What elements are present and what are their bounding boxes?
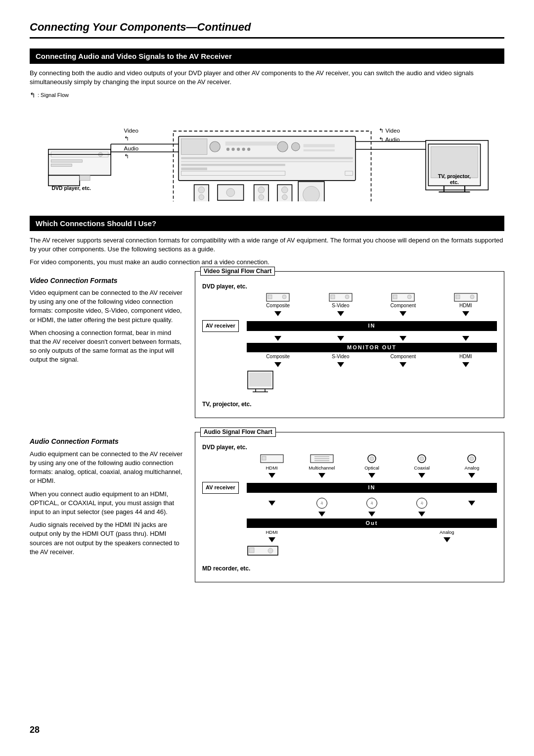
section2-body2: For video components, you must make an a… xyxy=(30,258,504,267)
a-arrow-out-analog xyxy=(444,537,450,542)
svg-point-39 xyxy=(303,186,320,201)
svg-point-14 xyxy=(237,147,240,150)
acol-out-empty xyxy=(297,529,397,535)
vcol-component: Component xyxy=(372,302,435,309)
vcol-svideo: S-Video xyxy=(310,302,372,309)
a-arrow-hdmi-pass xyxy=(268,501,275,506)
title-continued: —Continued xyxy=(186,21,251,33)
audio-left-col: Audio Connection Formats Audio equipment… xyxy=(30,432,183,592)
acol-multichannel: Multichannel xyxy=(297,465,347,471)
svg-rect-3 xyxy=(51,160,82,162)
a-arrow-out-hdmi xyxy=(268,537,275,542)
vfc-dvd-label: DVD player, etc. xyxy=(202,283,497,291)
svg-rect-9 xyxy=(181,139,207,154)
dvd-icon-hdmi xyxy=(453,292,478,302)
svg-point-18 xyxy=(291,142,300,151)
svg-rect-19 xyxy=(304,144,335,147)
vcol-bottom-hdmi: HDMI xyxy=(435,353,497,360)
a-arrow-analog-mid xyxy=(468,501,475,506)
video-chart-title: Video Signal Flow Chart xyxy=(200,267,275,276)
vfc-monitor-out-bar: MONITOR OUT xyxy=(247,343,497,352)
svg-rect-21 xyxy=(181,157,353,159)
afc-out-bar: Out xyxy=(247,519,497,528)
audio-chart-title: Audio Signal Flow Chart xyxy=(200,427,276,437)
section2-header: Which Connections Should I Use? xyxy=(30,216,504,231)
page-number: 28 xyxy=(30,724,40,736)
svg-rect-20 xyxy=(304,149,335,151)
arrow-hdmi-in xyxy=(462,311,469,316)
acol-hdmi: HDMI xyxy=(247,465,297,471)
svg-point-68 xyxy=(345,295,349,299)
svg-rect-25 xyxy=(181,171,285,175)
video-body2: When choosing a connection format, bear … xyxy=(30,329,183,365)
audio-connection-section: Audio Connection Formats Audio equipment… xyxy=(30,432,504,592)
section1-header: Connecting Audio and Video Signals to th… xyxy=(30,48,504,64)
svg-rect-5 xyxy=(48,175,80,186)
audio-flow-chart: Audio Signal Flow Chart DVD player, etc. xyxy=(195,432,504,582)
audio-body3: Audio signals received by the HDMI IN ja… xyxy=(30,520,183,557)
svg-rect-26 xyxy=(345,171,353,175)
dvd-icon-composite xyxy=(266,292,290,302)
svg-point-71 xyxy=(407,295,411,299)
audio-right-col: Audio Signal Flow Chart DVD player, etc. xyxy=(195,432,504,592)
svg-rect-24 xyxy=(181,167,207,170)
svg-point-91 xyxy=(470,457,474,461)
svg-point-28 xyxy=(198,187,205,193)
svg-point-74 xyxy=(470,295,474,299)
acol-out-analog: Analog xyxy=(397,529,497,535)
svg-point-10 xyxy=(210,142,220,152)
svg-point-65 xyxy=(282,295,286,299)
a-circle-opt: ♫ xyxy=(366,498,377,509)
arrow-composite-out xyxy=(274,336,281,341)
md-icon xyxy=(247,545,279,556)
arrow-hdmi-out xyxy=(462,336,469,341)
afc-dvd-label: DVD player, etc. xyxy=(202,443,497,452)
acol-optical: Optical xyxy=(347,465,397,471)
svg-point-17 xyxy=(277,142,288,152)
arrow-component-out xyxy=(400,336,406,341)
svg-rect-11 xyxy=(225,142,277,145)
vfc-tv-label: TV, projector, etc. xyxy=(202,400,497,409)
vfc-av-receiver: AV receiver xyxy=(202,320,239,331)
audio-subheader: Audio Connection Formats xyxy=(30,437,183,447)
dvd-icon-component xyxy=(391,292,415,302)
arrow-to-tv-component xyxy=(400,362,406,367)
svg-point-37 xyxy=(282,194,288,200)
svg-text:↰: ↰ xyxy=(124,136,129,142)
svg-rect-76 xyxy=(249,373,271,386)
video-right-col: Video Signal Flow Chart DVD player, etc. xyxy=(195,271,504,428)
a-arrow-analog-in xyxy=(468,473,475,478)
svg-text:Audio: Audio xyxy=(124,145,139,151)
a-arrow-multi-down xyxy=(318,512,325,517)
a-arrow-opt-in xyxy=(368,473,375,478)
afc-md-label: MD recorder, etc. xyxy=(202,565,497,573)
afc-dvd-coaxial xyxy=(417,454,427,464)
video-left-col: Video Connection Formats Video equipment… xyxy=(30,271,183,428)
a-arrow-coax-in xyxy=(418,473,425,478)
arrow-to-tv-hdmi xyxy=(462,362,469,367)
vcol-bottom-composite: Composite xyxy=(247,353,310,360)
video-connection-section: Video Connection Formats Video equipment… xyxy=(30,271,504,428)
audio-body1: Audio equipment can be connected to the … xyxy=(30,450,183,486)
vcol-composite: Composite xyxy=(247,302,310,309)
afc-av-receiver: AV receiver xyxy=(202,482,239,493)
a-arrow-opt-down xyxy=(368,512,375,517)
vfc-in-bar: IN xyxy=(247,321,497,331)
svg-point-31 xyxy=(226,188,235,196)
a-circle-coax: ♫ xyxy=(416,498,427,509)
arrow-composite-in xyxy=(274,311,281,316)
svg-text:etc.: etc. xyxy=(450,179,459,185)
section-which-connections: Which Connections Should I Use? The AV r… xyxy=(30,216,504,592)
tv-icon xyxy=(247,370,274,392)
svg-rect-4 xyxy=(51,164,72,166)
svg-point-29 xyxy=(199,194,204,200)
svg-point-34 xyxy=(259,194,264,200)
page-header: Connecting Your Components—Continued xyxy=(30,20,504,39)
vcol-bottom-component: Component xyxy=(372,353,435,360)
acol-coaxial: Coaxial xyxy=(397,465,447,471)
arrow-component-in xyxy=(400,311,406,316)
svg-point-15 xyxy=(242,147,245,150)
svg-text:DVD player, etc.: DVD player, etc. xyxy=(51,185,91,191)
section-connecting-signals: Connecting Audio and Video Signals to th… xyxy=(30,48,504,204)
signal-legend: ↰ : Signal Flow xyxy=(30,91,504,100)
